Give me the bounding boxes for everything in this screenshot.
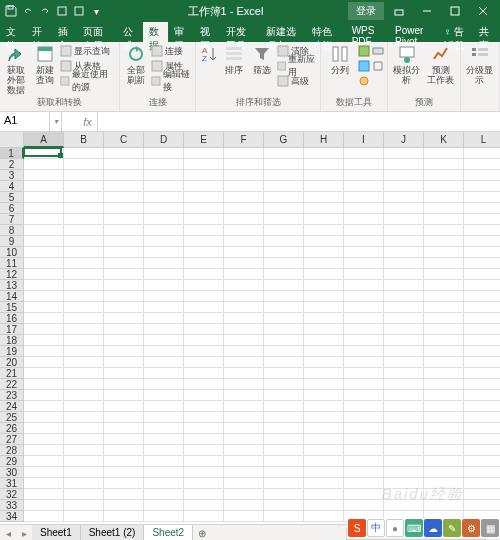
cell[interactable] <box>424 412 464 423</box>
cell[interactable] <box>184 401 224 412</box>
row-header[interactable]: 6 <box>0 203 24 214</box>
cell[interactable] <box>24 302 64 313</box>
cell[interactable] <box>144 511 184 522</box>
cell[interactable] <box>64 478 104 489</box>
cell[interactable] <box>104 346 144 357</box>
cell[interactable] <box>384 412 424 423</box>
row-header[interactable]: 33 <box>0 500 24 511</box>
outline-button[interactable]: 分级显示 <box>464 44 496 86</box>
cell[interactable] <box>64 445 104 456</box>
cell[interactable] <box>304 148 344 159</box>
cell[interactable] <box>104 170 144 181</box>
cell[interactable] <box>64 489 104 500</box>
cell[interactable] <box>224 434 264 445</box>
cell[interactable] <box>104 192 144 203</box>
cell[interactable] <box>104 489 144 500</box>
cell[interactable] <box>384 489 424 500</box>
cell[interactable] <box>104 434 144 445</box>
row-header[interactable]: 16 <box>0 313 24 324</box>
ribbon-tab[interactable]: Power Pivot <box>389 22 438 42</box>
cell[interactable] <box>344 445 384 456</box>
column-header[interactable]: I <box>344 132 384 148</box>
cell[interactable] <box>464 170 500 181</box>
cell[interactable] <box>104 313 144 324</box>
sort-button[interactable]: AZ <box>199 44 219 66</box>
cell[interactable] <box>104 379 144 390</box>
cell[interactable] <box>344 291 384 302</box>
column-header[interactable]: H <box>304 132 344 148</box>
cell[interactable] <box>304 280 344 291</box>
cell[interactable] <box>304 324 344 335</box>
column-header[interactable]: D <box>144 132 184 148</box>
cell[interactable] <box>24 159 64 170</box>
cell[interactable] <box>184 368 224 379</box>
cell[interactable] <box>144 203 184 214</box>
ribbon-tab[interactable]: 文件 <box>0 22 26 42</box>
cell[interactable] <box>144 280 184 291</box>
cell[interactable] <box>64 467 104 478</box>
cell[interactable] <box>224 346 264 357</box>
cell[interactable] <box>224 258 264 269</box>
cell[interactable] <box>224 489 264 500</box>
cell[interactable] <box>104 258 144 269</box>
column-header[interactable]: L <box>464 132 500 148</box>
cell[interactable] <box>144 346 184 357</box>
cell[interactable] <box>384 324 424 335</box>
cell[interactable] <box>264 368 304 379</box>
cell[interactable] <box>184 412 224 423</box>
cell[interactable] <box>264 192 304 203</box>
cell[interactable] <box>264 302 304 313</box>
cell[interactable] <box>344 313 384 324</box>
cell[interactable] <box>264 313 304 324</box>
cell[interactable] <box>24 511 64 522</box>
cell[interactable] <box>144 225 184 236</box>
cell[interactable] <box>424 159 464 170</box>
cell[interactable] <box>344 236 384 247</box>
cell[interactable] <box>104 445 144 456</box>
cell[interactable] <box>144 236 184 247</box>
cell[interactable] <box>344 434 384 445</box>
row-header[interactable]: 29 <box>0 456 24 467</box>
cell[interactable] <box>424 214 464 225</box>
cell[interactable] <box>424 335 464 346</box>
cell[interactable] <box>224 159 264 170</box>
column-header[interactable]: K <box>424 132 464 148</box>
cell[interactable] <box>184 269 224 280</box>
cell[interactable] <box>464 302 500 313</box>
cell[interactable] <box>24 478 64 489</box>
cell[interactable] <box>264 148 304 159</box>
cell[interactable] <box>64 192 104 203</box>
cell[interactable] <box>24 500 64 511</box>
cell[interactable] <box>224 302 264 313</box>
cell[interactable] <box>24 335 64 346</box>
cell[interactable] <box>384 247 424 258</box>
cell[interactable] <box>24 324 64 335</box>
cell[interactable] <box>64 313 104 324</box>
cell[interactable] <box>384 456 424 467</box>
cell[interactable] <box>144 357 184 368</box>
ribbon-tab-right[interactable]: ♀ 告诉我 <box>438 22 473 42</box>
cell[interactable] <box>384 236 424 247</box>
cell[interactable] <box>64 511 104 522</box>
cell[interactable] <box>304 412 344 423</box>
column-header[interactable]: B <box>64 132 104 148</box>
row-header[interactable]: 10 <box>0 247 24 258</box>
cell[interactable] <box>464 236 500 247</box>
cell[interactable] <box>304 203 344 214</box>
ribbon-tab[interactable]: 公式 <box>117 22 143 42</box>
ime-icon[interactable]: S <box>348 519 366 537</box>
cell[interactable] <box>344 390 384 401</box>
cell[interactable] <box>104 247 144 258</box>
cell[interactable] <box>224 269 264 280</box>
cell[interactable] <box>24 148 64 159</box>
cell[interactable] <box>24 225 64 236</box>
cell[interactable] <box>424 148 464 159</box>
cell[interactable] <box>304 225 344 236</box>
cell[interactable] <box>464 368 500 379</box>
cell[interactable] <box>464 192 500 203</box>
cell[interactable] <box>424 203 464 214</box>
cell[interactable] <box>144 412 184 423</box>
ribbon-tab[interactable]: 视图 <box>194 22 220 42</box>
cell[interactable] <box>224 236 264 247</box>
cell[interactable] <box>464 291 500 302</box>
